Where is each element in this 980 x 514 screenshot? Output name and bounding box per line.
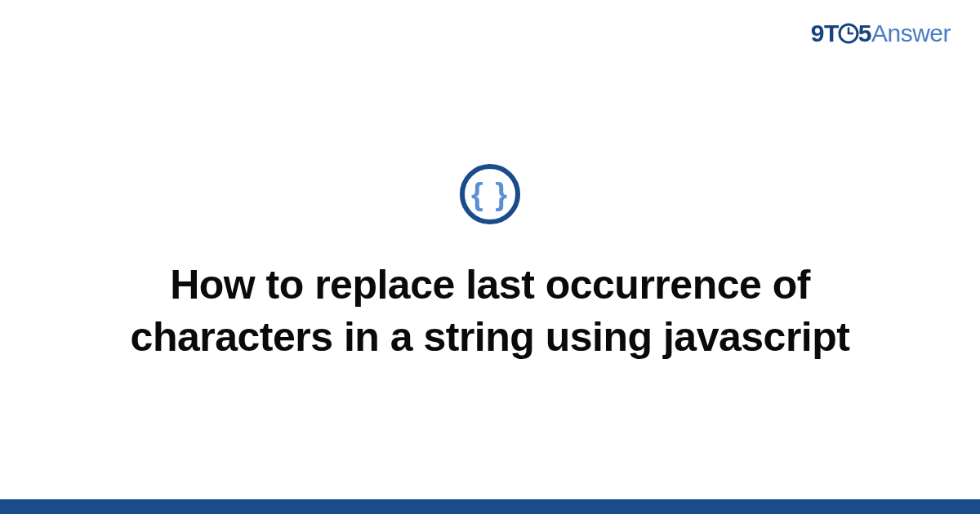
braces-icon: { } — [471, 179, 509, 210]
content-area: { } How to replace last occurrence of ch… — [0, 0, 980, 499]
category-badge: { } — [460, 164, 520, 224]
footer-bar — [0, 499, 980, 514]
page-title: How to replace last occurrence of charac… — [65, 259, 915, 363]
